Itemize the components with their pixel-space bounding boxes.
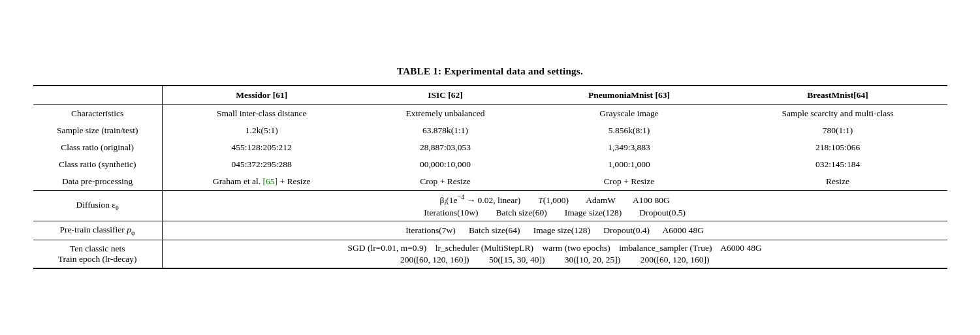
- sample-size-row: Sample size (train/test) 1.2k(5:1) 63.87…: [33, 122, 947, 139]
- characteristics-label: Characteristics: [33, 104, 163, 122]
- ten-nets-row: Ten classic nets Train epoch (lr-decay) …: [33, 240, 947, 269]
- ten-nets-data: SGD (lr=0.01, m=0.9) lr_scheduler (Multi…: [162, 240, 947, 269]
- main-table: Messidor [61] ISIC [62] PneumoniaMnist […: [33, 85, 947, 269]
- class-ratio-original-isic: 28,887:03,053: [361, 139, 530, 156]
- class-ratio-original-breast: 218:105:066: [729, 139, 947, 156]
- sample-size-breast: 780(1:1): [729, 122, 947, 139]
- data-processing-row: Data pre-processing Graham et al. [65] +…: [33, 173, 947, 191]
- diffusion-line1: βi(1e−4 → 0.02, linear) T(1,000) AdamW A…: [168, 193, 942, 206]
- class-ratio-original-pneumonia: 1,349:3,883: [530, 139, 728, 156]
- ten-nets-line1: SGD (lr=0.01, m=0.9) lr_scheduler (Multi…: [168, 243, 942, 253]
- data-processing-breast: Resize: [729, 173, 947, 191]
- pretrain-label: Pre-train classifier pφ: [33, 221, 163, 240]
- characteristics-pneumonia: Grayscale image: [530, 104, 728, 122]
- characteristics-messidor: Small inter-class distance: [162, 104, 360, 122]
- diffusion-data: βi(1e−4 → 0.02, linear) T(1,000) AdamW A…: [162, 190, 947, 221]
- class-ratio-synthetic-messidor: 045:372:295:288: [162, 156, 360, 173]
- col1-header: Messidor [61]: [162, 86, 360, 105]
- class-ratio-original-row: Class ratio (original) 455:128:205:212 2…: [33, 139, 947, 156]
- sample-size-messidor: 1.2k(5:1): [162, 122, 360, 139]
- table-title: TABLE 1: Experimental data and settings.: [33, 66, 947, 77]
- data-processing-pneumonia: Crop + Resize: [530, 173, 728, 191]
- pretrain-data: Iterations(7w) Batch size(64) Image size…: [162, 221, 947, 240]
- ten-nets-line2: 200([60, 120, 160]) 50([15, 30, 40]) 30(…: [168, 255, 942, 265]
- data-processing-isic: Crop + Resize: [361, 173, 530, 191]
- header-row: Messidor [61] ISIC [62] PneumoniaMnist […: [33, 86, 947, 105]
- sample-size-isic: 63.878k(1:1): [361, 122, 530, 139]
- col0-header: [33, 86, 163, 105]
- characteristics-row: Characteristics Small inter-class distan…: [33, 104, 947, 122]
- col3-header: PneumoniaMnist [63]: [530, 86, 728, 105]
- class-ratio-original-messidor: 455:128:205:212: [162, 139, 360, 156]
- col2-header: ISIC [62]: [361, 86, 530, 105]
- pretrain-row: Pre-train classifier pφ Iterations(7w) B…: [33, 221, 947, 240]
- table-container: TABLE 1: Experimental data and settings.…: [33, 66, 947, 269]
- ten-nets-label: Ten classic nets Train epoch (lr-decay): [33, 240, 163, 269]
- sample-size-pneumonia: 5.856k(8:1): [530, 122, 728, 139]
- ten-nets-label-line1: Ten classic nets: [39, 244, 157, 254]
- data-processing-messidor: Graham et al. [65] + Resize: [162, 173, 360, 191]
- train-epoch-label: Train epoch (lr-decay): [39, 254, 157, 264]
- sample-size-label: Sample size (train/test): [33, 122, 163, 139]
- class-ratio-synthetic-label: Class ratio (synthetic): [33, 156, 163, 173]
- diffusion-label: Diffusion εθ: [33, 190, 163, 221]
- diffusion-line2: Iterations(10w) Batch size(60) Image siz…: [168, 208, 942, 218]
- class-ratio-synthetic-breast: 032:145:184: [729, 156, 947, 173]
- diffusion-row: Diffusion εθ βi(1e−4 → 0.02, linear) T(1…: [33, 190, 947, 221]
- class-ratio-original-label: Class ratio (original): [33, 139, 163, 156]
- characteristics-isic: Extremely unbalanced: [361, 104, 530, 122]
- class-ratio-synthetic-row: Class ratio (synthetic) 045:372:295:288 …: [33, 156, 947, 173]
- class-ratio-synthetic-isic: 00,000:10,000: [361, 156, 530, 173]
- characteristics-breast: Sample scarcity and multi-class: [729, 104, 947, 122]
- col4-header: BreastMnist[64]: [729, 86, 947, 105]
- data-processing-label: Data pre-processing: [33, 173, 163, 191]
- class-ratio-synthetic-pneumonia: 1,000:1,000: [530, 156, 728, 173]
